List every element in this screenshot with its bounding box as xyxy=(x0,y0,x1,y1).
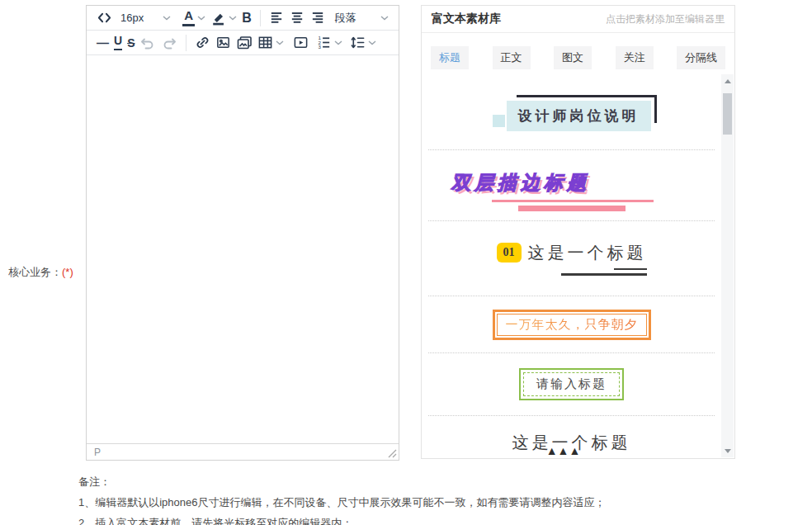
toolbar-separator xyxy=(186,35,186,51)
multi-image-icon xyxy=(236,35,253,51)
double-outline-wrap: 双层描边标题 xyxy=(428,160,715,211)
note-line-2: 2、插入富文本素材前，请先将光标移至对应的编辑器内； xyxy=(78,513,606,525)
paragraph-select[interactable]: 段落 xyxy=(335,11,389,26)
required-mark: (*) xyxy=(62,266,73,278)
undo-button[interactable] xyxy=(139,35,156,51)
editor-content-area[interactable] xyxy=(87,55,399,443)
align-left-button[interactable] xyxy=(269,10,285,26)
svg-text:3: 3 xyxy=(319,44,322,50)
dark-underline-long xyxy=(561,273,647,276)
tab-title[interactable]: 标题 xyxy=(431,46,469,69)
align-right-icon xyxy=(310,10,326,26)
tab-follow[interactable]: 关注 xyxy=(616,46,654,69)
chevron-down-icon xyxy=(380,16,389,21)
library-scrollbar[interactable] xyxy=(721,74,734,457)
font-color-label: A xyxy=(182,9,195,26)
element-path: P xyxy=(94,447,101,458)
video-icon xyxy=(293,35,309,50)
chevron-down-icon xyxy=(229,16,237,21)
editor-status-bar: P xyxy=(87,443,399,460)
notes-title: 备注： xyxy=(78,471,606,492)
horizontal-rule-button[interactable]: — xyxy=(97,35,109,50)
link-icon xyxy=(195,35,210,50)
dark-underline-short xyxy=(614,268,647,270)
highlight-color-button[interactable] xyxy=(210,10,237,26)
scroll-down-button[interactable] xyxy=(721,445,734,456)
font-size-value: 16px xyxy=(120,12,144,24)
template-numbered-title[interactable]: 01 这是一个标题 xyxy=(428,221,715,296)
align-left-icon xyxy=(269,10,285,26)
template-text: 请输入标题 xyxy=(523,372,620,396)
template-dashed-input-title[interactable]: 请输入标题 xyxy=(428,353,715,416)
scroll-up-button[interactable] xyxy=(721,75,734,87)
bold-button[interactable]: B xyxy=(242,11,252,26)
orange-border-box: 一万年太久，只争朝夕 xyxy=(493,310,651,340)
tab-image-text[interactable]: 图文 xyxy=(554,46,592,69)
line-height-icon xyxy=(350,35,366,50)
resize-handle-icon[interactable] xyxy=(388,449,397,458)
underline-button[interactable]: U xyxy=(114,35,122,50)
ordered-list-icon: 123 xyxy=(316,35,332,50)
library-tabs: 标题 正文 图文 关注 分隔线 xyxy=(422,33,734,69)
strikethrough-button[interactable]: S xyxy=(127,36,135,50)
template-bordered-quote[interactable]: 一万年太久，只争朝夕 xyxy=(428,296,715,353)
rich-text-editor: 16px A B 段落 — U S xyxy=(86,5,399,461)
chevron-down-icon xyxy=(368,40,376,45)
code-view-button[interactable] xyxy=(97,10,112,26)
redo-icon xyxy=(161,35,177,51)
paragraph-value: 段落 xyxy=(335,11,356,26)
numbered-title-wrap: 01 这是一个标题 xyxy=(497,242,647,276)
marker-pen-icon xyxy=(210,10,226,26)
triangle-down-icon xyxy=(725,449,731,453)
template-text: 双层描边标题 xyxy=(451,170,715,196)
chevron-down-icon xyxy=(334,40,342,45)
ordered-list-button[interactable]: 123 xyxy=(316,35,342,50)
insert-table-button[interactable] xyxy=(257,35,284,50)
align-center-button[interactable] xyxy=(290,10,305,26)
insert-video-button[interactable] xyxy=(293,35,309,50)
insert-link-button[interactable] xyxy=(195,35,210,50)
align-right-button[interactable] xyxy=(310,10,326,26)
scrollbar-thumb[interactable] xyxy=(723,93,732,135)
undo-icon xyxy=(139,35,156,51)
font-color-button[interactable]: A xyxy=(182,9,205,26)
toolbar-row-1: 16px A B 段落 xyxy=(87,6,399,31)
template-triangle-title[interactable]: 这是一个标题 ▲▲▲ xyxy=(428,416,715,458)
template-text: 设计师岗位说明 xyxy=(518,108,640,124)
template-list: 设计师岗位说明 双层描边标题 01 这是一个标题 一 xyxy=(422,73,721,458)
insert-image-button[interactable] xyxy=(215,35,231,50)
template-boxed-title[interactable]: 设计师岗位说明 xyxy=(428,73,715,150)
chevron-down-icon xyxy=(163,16,171,21)
template-double-outline-title[interactable]: 双层描边标题 xyxy=(428,150,715,221)
decor-square xyxy=(493,115,505,127)
insert-gallery-button[interactable] xyxy=(236,35,253,51)
boxed-title-wrap: 设计师岗位说明 xyxy=(493,101,651,131)
font-size-select[interactable]: 16px xyxy=(120,12,171,24)
field-label: 核心业务：(*) xyxy=(8,265,73,280)
field-label-text: 核心业务： xyxy=(8,266,62,278)
align-center-icon xyxy=(290,10,305,26)
material-library-panel: 富文本素材库 点击把素材添加至编辑器里 标题 正文 图文 关注 分隔线 设计师岗… xyxy=(421,5,735,459)
chevron-down-icon xyxy=(276,40,284,45)
pink-underline-thick xyxy=(518,206,626,211)
tab-body-text[interactable]: 正文 xyxy=(493,46,531,69)
green-border-box: 请输入标题 xyxy=(519,368,624,400)
template-text: 一万年太久，只争朝夕 xyxy=(497,314,647,336)
numbered-title-row: 01 这是一个标题 xyxy=(497,242,647,264)
library-header: 富文本素材库 点击把素材添加至编辑器里 xyxy=(422,6,734,33)
image-icon xyxy=(215,35,231,50)
library-title: 富文本素材库 xyxy=(432,12,501,26)
line-height-button[interactable] xyxy=(350,35,376,50)
library-hint: 点击把素材添加至编辑器里 xyxy=(606,12,725,26)
table-icon xyxy=(257,35,273,50)
notes-section: 备注： 1、编辑器默认以iphone6尺寸进行编辑，在不同设备、尺寸中展示效果可… xyxy=(78,471,606,525)
toolbar-separator xyxy=(260,10,261,26)
boxed-title-box: 设计师岗位说明 xyxy=(507,101,651,131)
triangle-up-icon xyxy=(725,79,731,83)
tab-divider[interactable]: 分隔线 xyxy=(677,46,725,69)
note-line-1: 1、编辑器默认以iphone6尺寸进行编辑，在不同设备、尺寸中展示效果可能不一致… xyxy=(78,492,606,513)
chevron-down-icon xyxy=(197,16,205,21)
triangle-title-wrap: 这是一个标题 ▲▲▲ xyxy=(512,432,631,454)
code-icon xyxy=(97,10,112,26)
redo-button[interactable] xyxy=(161,35,177,51)
